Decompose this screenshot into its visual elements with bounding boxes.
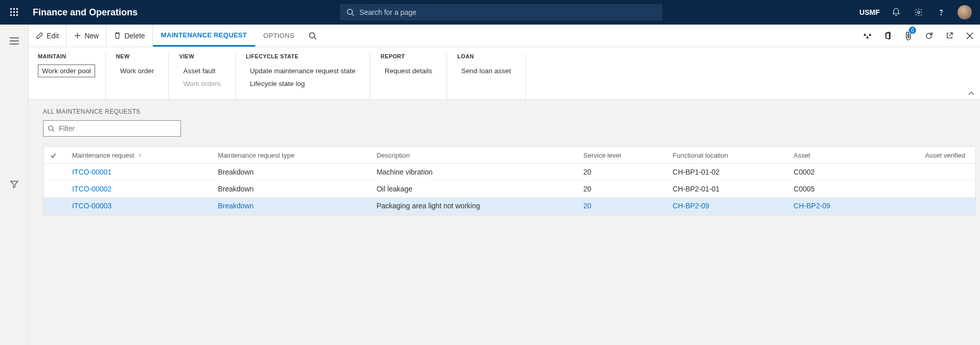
ribbon-request-details[interactable]: Request details (381, 64, 436, 77)
ribbon-work-order[interactable]: Work order (116, 64, 159, 77)
svg-rect-8 (16, 14, 18, 16)
cell-type[interactable]: Breakdown (212, 181, 370, 198)
new-button[interactable]: New (66, 25, 106, 47)
close-icon[interactable] (960, 25, 980, 47)
svg-rect-6 (10, 14, 12, 16)
ribbon-group-maintain: MAINTAIN Work order pool (38, 53, 106, 99)
plus-icon (74, 32, 81, 39)
svg-rect-3 (10, 11, 12, 13)
cell-service-level[interactable]: 20 (577, 198, 667, 214)
svg-marker-21 (868, 33, 872, 36)
action-bar: Edit New Delete MAINTENANCE REQUEST OPTI… (29, 25, 980, 47)
svg-point-25 (49, 126, 53, 131)
cell-description: Packaging area light not working (370, 198, 577, 214)
cell-asset[interactable]: CH-BP2-09 (788, 198, 875, 214)
app-header: Finance and Operations Search for a page… (0, 0, 980, 25)
col-select[interactable] (43, 146, 66, 164)
svg-rect-2 (16, 8, 18, 10)
cell-func-location[interactable]: CH-BP2-09 (666, 198, 788, 214)
pencil-icon (36, 32, 43, 39)
col-service-level[interactable]: Service level (577, 146, 667, 164)
office-icon[interactable] (878, 25, 898, 47)
cell-request[interactable]: ITCO-00002 (66, 181, 212, 198)
ribbon-update-state[interactable]: Update maintenance request state (246, 64, 360, 77)
svg-point-18 (309, 33, 315, 38)
waffle-icon[interactable] (4, 0, 25, 25)
cell-type[interactable]: Breakdown (212, 164, 370, 181)
company-code[interactable]: USMF (859, 8, 880, 16)
cell-asset[interactable]: C0005 (788, 181, 875, 198)
table-row[interactable]: ITCO-00002BreakdownOil leakage20CH-BP2-0… (43, 181, 975, 198)
sort-asc-icon: ↑ (138, 152, 142, 159)
ribbon-work-orders: Work orders (179, 77, 225, 90)
global-search[interactable]: Search for a page (340, 4, 662, 20)
col-func-location[interactable]: Functional location (666, 146, 788, 164)
edit-button[interactable]: Edit (29, 25, 66, 47)
avatar[interactable] (957, 5, 972, 19)
ribbon-state-log[interactable]: Lifecycle state log (246, 77, 360, 90)
col-type[interactable]: Maintenance request type (212, 146, 370, 164)
ribbon-send-loan[interactable]: Send loan asset (457, 64, 515, 77)
attach-icon[interactable]: 0 (898, 25, 919, 47)
filter-icon[interactable] (4, 174, 25, 195)
personalize-icon[interactable] (857, 25, 878, 47)
hamburger-icon[interactable] (4, 31, 25, 51)
checkmark-icon (50, 152, 57, 159)
cell-service-level[interactable]: 20 (577, 181, 667, 198)
cell-request[interactable]: ITCO-00001 (66, 164, 212, 181)
section-title: ALL MAINTENANCE REQUESTS (43, 108, 980, 115)
trash-icon (114, 32, 121, 39)
left-rail (0, 25, 29, 345)
col-request[interactable]: Maintenance request ↑ (66, 146, 212, 164)
table-row[interactable]: ITCO-00003BreakdownPackaging area light … (43, 198, 975, 214)
svg-marker-20 (863, 33, 866, 36)
ribbon-group-view: VIEW Asset fault Work orders (169, 53, 235, 99)
tab-options[interactable]: OPTIONS (255, 25, 303, 47)
svg-rect-4 (13, 11, 15, 13)
tab-maintenance-request[interactable]: MAINTENANCE REQUEST (153, 25, 255, 47)
cell-verified (875, 181, 975, 198)
cell-description: Oil leakage (370, 181, 577, 198)
svg-rect-7 (13, 14, 15, 16)
row-select[interactable] (43, 164, 66, 181)
svg-point-9 (347, 9, 352, 14)
filter-box[interactable] (43, 120, 181, 137)
table-row[interactable]: ITCO-00001BreakdownMachine vibration20CH… (43, 164, 975, 181)
help-icon[interactable] (931, 0, 951, 25)
popout-icon[interactable] (939, 25, 960, 47)
cell-func-location[interactable]: CH-BP2-01-01 (666, 181, 788, 198)
svg-point-12 (941, 14, 941, 15)
cell-service-level[interactable]: 20 (577, 164, 667, 181)
col-asset[interactable]: Asset (788, 146, 875, 164)
gear-icon[interactable] (908, 0, 929, 25)
bell-icon[interactable] (886, 0, 906, 25)
cell-asset[interactable]: C0002 (788, 164, 875, 181)
svg-rect-0 (10, 8, 12, 10)
cell-verified (875, 198, 975, 214)
row-select[interactable] (43, 181, 66, 198)
cell-verified (875, 164, 975, 181)
svg-marker-22 (866, 36, 869, 38)
row-select[interactable] (43, 198, 66, 214)
cell-request[interactable]: ITCO-00003 (66, 198, 212, 214)
ribbon-group-new: NEW Work order (106, 53, 169, 99)
cell-type[interactable]: Breakdown (212, 198, 370, 214)
content-area: ALL MAINTENANCE REQUESTS Maintenance req… (29, 100, 980, 345)
cell-func-location[interactable]: CH-BP1-01-02 (666, 164, 788, 181)
ribbon-work-order-pool[interactable]: Work order pool (38, 64, 95, 77)
col-asset-verified[interactable]: Asset verified (875, 146, 975, 164)
ribbon: MAINTAIN Work order pool NEW Work order … (29, 47, 980, 100)
toolbar-search-icon[interactable] (302, 25, 323, 47)
svg-line-10 (352, 14, 354, 16)
svg-point-11 (918, 11, 920, 14)
delete-button[interactable]: Delete (106, 25, 152, 47)
filter-input[interactable] (59, 124, 176, 133)
brand-title: Finance and Operations (33, 7, 138, 18)
col-description[interactable]: Description (370, 146, 577, 164)
ribbon-group-lifecycle: LIFECYCLE STATE Update maintenance reque… (236, 53, 370, 99)
cell-description: Machine vibration (370, 164, 577, 181)
search-icon (346, 8, 354, 16)
refresh-icon[interactable] (919, 25, 939, 47)
chevron-up-icon[interactable] (968, 91, 975, 96)
ribbon-asset-fault[interactable]: Asset fault (179, 64, 225, 77)
